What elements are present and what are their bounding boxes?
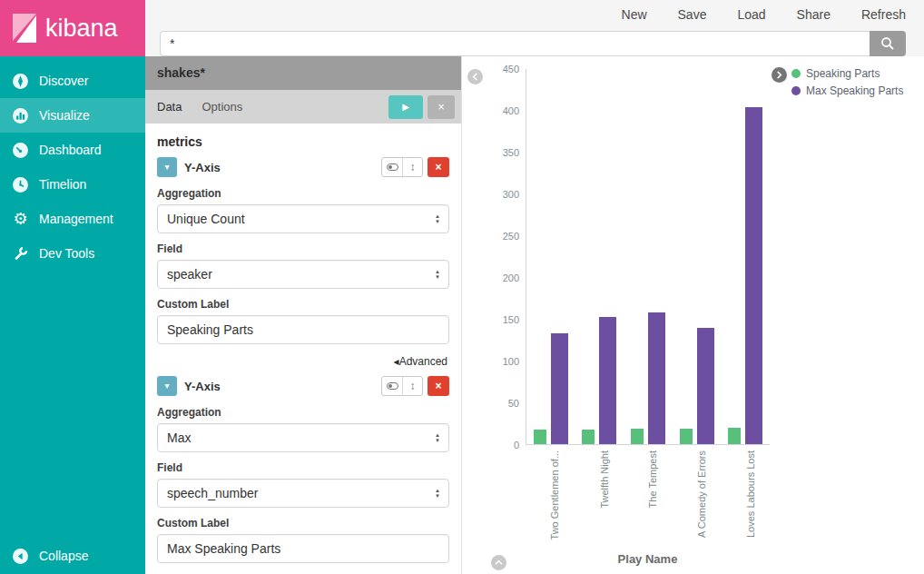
bar-max-speaking-parts[interactable]: [599, 317, 616, 444]
metric-1-reorder-icon[interactable]: ↕: [402, 158, 422, 176]
x-axis-label[interactable]: Loves Labours Lost: [745, 450, 756, 538]
y-tick-label: 0: [514, 440, 519, 450]
sidebar-item-label: Dashboard: [39, 143, 102, 157]
legend-item[interactable]: Speaking Parts: [791, 67, 924, 80]
metrics-section-title: metrics: [157, 134, 449, 149]
metric-2-custom-label-input[interactable]: [157, 534, 449, 563]
bar-group: [728, 107, 762, 444]
metric-2-aggregation-select[interactable]: Max ▲▼: [157, 423, 449, 452]
top-bar: kibana New Save Load Share Refresh: [0, 0, 924, 56]
query-bar: [160, 31, 906, 56]
chart-panel: 050100150200250300350400450 Two Gentleme…: [461, 56, 924, 574]
bar-group: [534, 333, 568, 444]
play-icon: ▶: [402, 102, 409, 112]
metric-2-field-select[interactable]: speech_number ▲▼: [157, 479, 449, 508]
sidebar-item-label: Timelion: [39, 177, 86, 192]
legend-toggle-chevron-button[interactable]: [772, 67, 787, 83]
metric-2-field-label: Field: [157, 461, 449, 474]
metric-2-caret-button[interactable]: ▾: [157, 376, 177, 396]
y-tick-label: 250: [503, 231, 519, 242]
select-arrows-icon: ▲▼: [435, 213, 440, 224]
nav-save[interactable]: Save: [678, 7, 707, 24]
bar-max-speaking-parts[interactable]: [551, 333, 568, 444]
x-label-cell: Twelfth Night: [575, 445, 623, 550]
legend-label: Max Speaking Parts: [806, 84, 903, 97]
metric-1-aggregation-select[interactable]: Unique Count ▲▼: [157, 204, 449, 233]
search-button[interactable]: [870, 31, 906, 56]
nav-load[interactable]: Load: [737, 7, 765, 24]
sidebar-item-dev-tools[interactable]: Dev Tools: [0, 236, 145, 271]
metric-1-custom-label-input[interactable]: [157, 315, 449, 344]
x-axis-label[interactable]: Twelfth Night: [599, 450, 610, 509]
x-label-cell: Loves Labours Lost: [722, 445, 769, 550]
y-tick-label: 150: [503, 314, 519, 325]
sidebar-item-discover[interactable]: Discover: [0, 64, 145, 98]
bar-speaking-parts[interactable]: [680, 429, 693, 444]
metric-1-field-select[interactable]: speaker ▲▼: [157, 260, 449, 289]
metric-1-caret-button[interactable]: ▾: [157, 157, 177, 177]
collapse-arrow-icon: [12, 548, 29, 565]
discard-changes-button[interactable]: ×: [428, 95, 455, 119]
nav-new[interactable]: New: [622, 7, 647, 24]
config-tabs: Data Options ▶ ×: [145, 90, 461, 124]
metric-2-aggregation-label: Aggregation: [157, 406, 449, 419]
sidebar: Discover Visualize Dashboard Timelion ⚙ …: [0, 56, 145, 574]
bar-max-speaking-parts[interactable]: [648, 312, 665, 444]
bar-speaking-parts[interactable]: [631, 429, 644, 444]
legend-dot: [791, 86, 801, 95]
metric-2-disable-toggle-icon[interactable]: [382, 377, 402, 395]
legend-dot: [791, 69, 801, 78]
sidebar-collapse-button[interactable]: Collapse: [0, 538, 145, 574]
advanced-link[interactable]: ◂Advanced: [159, 355, 447, 368]
select-arrows-icon: ▲▼: [435, 432, 440, 443]
kibana-logo[interactable]: kibana: [0, 0, 145, 56]
kibana-logo-icon: [13, 14, 36, 43]
sidebar-item-timelion[interactable]: Timelion: [0, 167, 145, 202]
bar-max-speaking-parts[interactable]: [745, 107, 762, 444]
nav-share[interactable]: Share: [797, 7, 831, 24]
bar-speaking-parts[interactable]: [728, 428, 741, 444]
caret-down-icon: ▾: [164, 162, 169, 172]
sidebar-item-management[interactable]: ⚙ Management: [0, 202, 145, 236]
metric-2-remove-button[interactable]: ×: [428, 376, 449, 396]
tab-options[interactable]: Options: [202, 100, 242, 114]
metric-2-header: ▾ Y-Axis ↕ ×: [157, 375, 449, 397]
dashboard-icon: [12, 142, 29, 159]
metric-1-disable-toggle-icon[interactable]: [382, 158, 402, 176]
collapse-label: Collapse: [39, 549, 88, 563]
nav-refresh[interactable]: Refresh: [861, 7, 906, 24]
search-icon: [880, 36, 895, 51]
visualization-config-panel: shakes* Data Options ▶ × metrics ▾ Y-Axi…: [145, 56, 461, 574]
top-right-bar: New Save Load Share Refresh: [145, 0, 924, 56]
x-axis-label[interactable]: A Comedy of Errors: [696, 450, 707, 538]
close-icon: ×: [437, 100, 445, 114]
query-input[interactable]: [160, 31, 870, 56]
metric-1-remove-button[interactable]: ×: [428, 157, 449, 177]
x-axis-label[interactable]: The Tempest: [647, 450, 658, 508]
sidebar-item-dashboard[interactable]: Dashboard: [0, 133, 145, 167]
bar-chart: 050100150200250300350400450 Two Gentleme…: [462, 56, 770, 574]
y-tick-label: 400: [503, 105, 519, 116]
index-pattern-header: shakes*: [145, 56, 461, 90]
bar-group: [631, 312, 665, 444]
metric-1-custom-label-label: Custom Label: [157, 298, 449, 311]
bar-speaking-parts[interactable]: [582, 430, 595, 444]
sidebar-item-label: Dev Tools: [39, 246, 94, 261]
tab-data[interactable]: Data: [157, 100, 182, 114]
apply-changes-button[interactable]: ▶: [388, 95, 423, 119]
chart-legend: Speaking PartsMax Speaking Parts: [770, 56, 924, 574]
config-body: metrics ▾ Y-Axis ↕ × Aggregation Unique …: [145, 124, 461, 574]
panel-collapse-chevron-button[interactable]: [467, 69, 483, 84]
spy-panel-chevron-button[interactable]: [491, 555, 506, 570]
chevron-up-icon: [495, 559, 503, 567]
bar-max-speaking-parts[interactable]: [697, 328, 714, 444]
x-axis-label[interactable]: Two Gentlemen of...: [550, 450, 561, 539]
sidebar-item-label: Management: [39, 212, 113, 226]
sidebar-item-visualize[interactable]: Visualize: [0, 98, 145, 133]
bar-speaking-parts[interactable]: [534, 430, 546, 444]
legend-item[interactable]: Max Speaking Parts: [791, 84, 924, 97]
metric-2-reorder-icon[interactable]: ↕: [402, 377, 422, 395]
metric-1-title: Y-Axis: [184, 161, 221, 174]
plot-area: [526, 69, 770, 445]
metric-1-aggregation-label: Aggregation: [157, 187, 449, 200]
